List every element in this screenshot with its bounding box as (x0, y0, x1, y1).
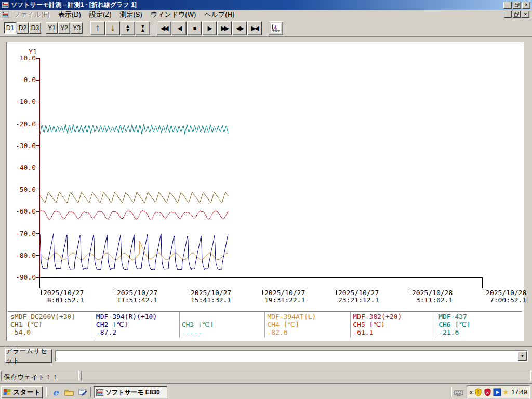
taskbar-separator (46, 387, 47, 397)
fast-forward-button[interactable]: ▶▶ (217, 21, 232, 35)
show-desktop-icon[interactable] (77, 387, 88, 397)
menu-file[interactable]: ファイル(F) (9, 9, 54, 20)
tray-expand-chevron[interactable]: « (469, 389, 473, 396)
media-player-tray-icon[interactable] (493, 388, 501, 396)
task-button-softthermo[interactable]: ソフトサーモ E830 (94, 386, 167, 398)
ch2-sensor-name: MDF-394(R)(+10) (96, 313, 177, 321)
mdi-window-controls: _ × (504, 11, 529, 18)
internet-explorer-icon[interactable]: e (50, 387, 61, 397)
y-tick-label: -50.0 (7, 185, 36, 193)
statusbar: 保存ウェイト！！ (0, 370, 532, 383)
compress-horizontal-button[interactable]: ▶◀ (247, 21, 262, 35)
window-titlebar: ソフトサーモ計測－計測1 - [折れ線グラフ 1] _ × (0, 0, 532, 10)
security-warning-shield-icon[interactable]: ! (474, 388, 482, 396)
compress-horizontal-icon: ▶◀ (251, 25, 258, 32)
mdi-restore-button[interactable] (513, 11, 521, 18)
ch5-value: -61.1 (353, 328, 434, 336)
x-tick-label: 2025/10/27 8:01:52.1 (43, 289, 84, 304)
app-icon (96, 389, 103, 396)
rewind-button[interactable]: ◀◀ (157, 21, 171, 35)
x-tick-label: 2025/10/28 3:11:02.1 (412, 289, 453, 304)
x-tick-label: 2025/10/28 7:00:52.1 (486, 289, 526, 304)
security-alert-shield-icon[interactable]: × (484, 388, 491, 396)
mdi-minimize-button[interactable]: _ (504, 11, 512, 18)
taskbar-separator (451, 387, 452, 397)
y-tick-label: -40.0 (7, 164, 36, 171)
toolbar-button-d3[interactable]: D3 (29, 22, 41, 34)
mdi-close-button[interactable]: × (522, 11, 529, 18)
app-icon (2, 2, 9, 8)
scroll-up-button[interactable]: ↑ (90, 21, 105, 35)
scroll-down-button[interactable]: ↓ (105, 21, 120, 35)
rewind-icon: ◀◀ (161, 25, 168, 32)
task-button-label: ソフトサーモ E830 (105, 388, 160, 397)
line-graph-button[interactable] (269, 21, 283, 35)
ch1-sensor-name: sMDF-DC200V(+30) (10, 313, 91, 321)
y-tick-label: -20.0 (7, 120, 36, 128)
status-cell-empty (81, 371, 531, 381)
stop-icon: ■ (193, 25, 196, 31)
alarm-reset-button[interactable]: アラームリセット (5, 349, 52, 363)
y-tick-label: -70.0 (7, 230, 36, 237)
ch2-label: CH2 [℃] (96, 321, 177, 328)
separator (0, 346, 532, 347)
compress-vertical-icon: ▼▲ (140, 24, 145, 32)
expand-horizontal-icon: ◀▶ (236, 25, 243, 32)
x-tick-label: 2025/10/27 11:51:42.1 (117, 289, 157, 304)
ch4-trace (40, 241, 228, 260)
star-tray-icon[interactable]: ★ (503, 389, 509, 395)
fast-forward-icon: ▶▶ (221, 25, 228, 32)
menu-window[interactable]: ウィンドウ(W) (147, 9, 200, 20)
expand-horizontal-button[interactable]: ◀▶ (232, 21, 247, 35)
ch4-label: CH4 [℃] (267, 321, 348, 328)
folder-shortcut-icon[interactable] (63, 387, 75, 397)
svg-text:×: × (486, 390, 489, 395)
step-forward-button[interactable]: ▶ (202, 21, 217, 35)
window-controls: _ × (503, 2, 530, 9)
line-graph-icon (271, 23, 281, 33)
toolbar-button-y3[interactable]: Y3 (71, 22, 83, 34)
x-tick-label: 2025/10/27 23:21:12.1 (338, 289, 379, 304)
y-tick-label: -80.0 (7, 251, 36, 259)
mdi-child-icon (2, 11, 9, 18)
step-back-icon: ◀ (178, 25, 181, 32)
compress-vertical-button[interactable]: ▼▲ (136, 21, 150, 35)
y-tick-label: -30.0 (7, 142, 36, 150)
minimize-button[interactable]: _ (503, 2, 512, 9)
toolbar-button-y2[interactable]: Y2 (58, 22, 70, 34)
toolbar-button-y1[interactable]: Y1 (46, 22, 58, 34)
menu-settings[interactable]: 設定(Z) (85, 9, 116, 20)
y-tick-label: 10.0 (7, 54, 36, 62)
x-tick-label: 2025/10/27 15:41:32.1 (191, 289, 231, 304)
line-graph-panel: Y1 sMDF-DC200V(+30) CH1 [℃] -54.0 MDF-39… (6, 42, 524, 341)
ch1-value: -54.0 (10, 328, 91, 336)
toolbar-button-d2[interactable]: D2 (17, 22, 29, 34)
combobox-dropdown-button[interactable]: ▼ (518, 351, 527, 361)
menu-help[interactable]: ヘルプ(H) (200, 9, 238, 20)
y-tick-label: -90.0 (7, 273, 36, 281)
alarm-combobox-value[interactable] (56, 351, 517, 361)
keyboard-icon[interactable] (453, 388, 464, 398)
channel-legend: sMDF-DC200V(+30) CH1 [℃] -54.0 MDF-394(R… (8, 311, 522, 338)
ch3-sensor-name (182, 313, 263, 321)
menu-measure[interactable]: 測定(S) (115, 9, 146, 20)
start-button[interactable]: スタート (1, 386, 43, 398)
menu-view[interactable]: 表示(D) (54, 9, 85, 20)
step-back-button[interactable]: ◀ (172, 21, 187, 35)
restore-button[interactable] (513, 2, 521, 9)
toolbar-button-d1[interactable]: D1 (4, 22, 16, 34)
stop-button[interactable]: ■ (187, 21, 202, 35)
restore-icon (515, 3, 520, 7)
scroll-down-icon: ↓ (111, 23, 115, 33)
taskbar: スタート e ソフ (0, 384, 532, 399)
ch6-sensor-name: MDF-437 (438, 313, 520, 321)
legend-cell-ch1: sMDF-DC200V(+30) CH1 [℃] -54.0 (8, 312, 94, 338)
close-button[interactable]: × (522, 2, 530, 9)
alarm-combobox[interactable]: ▼ (55, 350, 528, 362)
window-title: ソフトサーモ計測－計測1 - [折れ線グラフ 1] (11, 1, 503, 9)
desktop-screen: ソフトサーモ計測－計測1 - [折れ線グラフ 1] _ × ファイル(F) 表示… (0, 0, 532, 399)
expand-vertical-button[interactable]: ▲▼ (121, 21, 135, 35)
close-icon: × (525, 3, 527, 7)
time-range-indicator[interactable] (39, 277, 483, 288)
legend-cell-ch4: MDF-394AT(L) CH4 [℃] -82.6 (265, 312, 351, 338)
